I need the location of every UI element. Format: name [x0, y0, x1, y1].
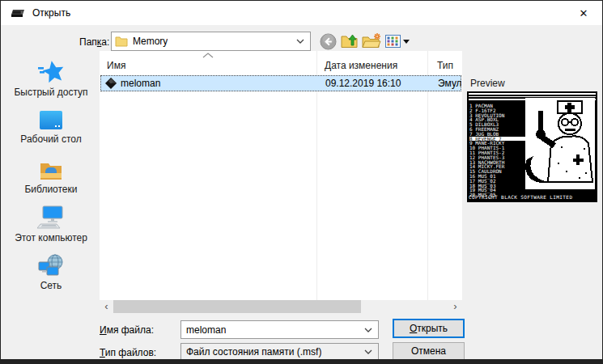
sidebar-item-label: Сеть: [7, 280, 95, 291]
filename-label: Имя файла:: [100, 324, 154, 336]
up-folder-icon: [341, 33, 359, 49]
preview-menu: 1 PACMAN2 F-16TF23 REVOLUTION4 ASP.BOXL5…: [469, 104, 526, 197]
close-button[interactable]: ✕: [565, 1, 602, 25]
desktop-icon: [38, 110, 64, 131]
zx-spectrum-app-icon: [11, 7, 25, 19]
file-row-selected[interactable]: meloman 09.12.2019 16:10 Эмул: [100, 75, 461, 91]
views-grid-icon: [385, 35, 401, 48]
filename-value: meloman: [186, 324, 226, 336]
sort-ascending-icon: [202, 53, 214, 58]
sidebar-item-network[interactable]: Сеть: [7, 254, 95, 291]
preview-image: 1 PACMAN2 F-16TF23 REVOLUTION4 ASP.BOXL5…: [467, 91, 597, 202]
sidebar-item-desktop[interactable]: Рабочий стол: [7, 110, 95, 145]
sidebar-item-quick-access[interactable]: Быстрый доступ: [7, 60, 95, 98]
chevron-down-icon: [296, 39, 304, 44]
folder-label: Папка:: [79, 36, 109, 48]
sidebar-item-label: Рабочий стол: [7, 133, 95, 145]
views-menu-button[interactable]: [384, 32, 411, 51]
sidebar-item-label: Библиотеки: [7, 184, 95, 195]
cancel-button[interactable]: Отмена: [393, 342, 465, 360]
sidebar-item-libraries[interactable]: Библиотеки: [7, 159, 95, 195]
sidebar-item-label: Быстрый доступ: [7, 87, 95, 98]
new-folder-icon: [362, 33, 381, 49]
sidebar-item-this-pc[interactable]: Этот компьютер: [7, 205, 95, 243]
new-folder-button[interactable]: [362, 32, 381, 51]
folder-combobox-value: Memory: [133, 36, 168, 47]
column-header-date-modified[interactable]: Дата изменения: [325, 60, 397, 71]
column-header-name[interactable]: Имя: [107, 60, 125, 71]
preview-artwork: [525, 98, 595, 189]
file-date-modified: 09.12.2019 16:10: [325, 78, 401, 89]
file-name: meloman: [121, 78, 160, 89]
column-header-type[interactable]: Тип: [437, 60, 453, 71]
horizontal-scrollbar[interactable]: ‹ ›: [100, 300, 462, 313]
scroll-left-button[interactable]: ‹: [100, 300, 113, 313]
chevron-down-icon: [364, 349, 372, 354]
preview-copyright: COPYRIGHT BLACK SOFTWARE LIMITED: [469, 194, 596, 201]
up-one-level-button[interactable]: [340, 32, 359, 51]
back-icon: [320, 33, 337, 50]
folder-icon: [115, 36, 128, 47]
file-list: Имя Дата изменения Тип meloman 09.12.201…: [100, 51, 462, 300]
open-file-dialog: Открыть ✕ Папка: Memory: [0, 0, 603, 364]
sidebar-item-label: Этот компьютер: [7, 232, 95, 243]
this-pc-icon: [37, 205, 65, 230]
filetype-combobox[interactable]: Файл состояния памяти (.msf): [180, 343, 379, 361]
dropdown-arrow-icon: [403, 40, 410, 44]
network-icon: [38, 254, 64, 277]
loader-stripe: [469, 96, 596, 97]
chevron-down-icon: [364, 328, 372, 332]
back-button[interactable]: [318, 32, 338, 51]
titlebar: Открыть ✕: [1, 1, 602, 25]
folder-combobox[interactable]: Memory: [111, 32, 311, 51]
libraries-icon: [38, 159, 64, 181]
filetype-value: Файл состояния памяти (.msf): [186, 346, 321, 358]
file-type: Эмул: [438, 78, 461, 89]
scrollbar-thumb[interactable]: [113, 300, 361, 313]
filename-combobox[interactable]: meloman: [180, 320, 379, 339]
quick-access-icon: [37, 60, 65, 84]
preview-label: Preview: [470, 78, 505, 89]
emulator-file-icon: [104, 77, 117, 90]
loader-stripe: [469, 93, 596, 95]
filetype-label: Тип файлов:: [100, 347, 156, 358]
scroll-right-button[interactable]: ›: [448, 300, 462, 313]
close-icon: ✕: [580, 7, 588, 19]
open-button[interactable]: Открыть: [393, 319, 465, 338]
dialog-title: Открыть: [32, 7, 70, 19]
